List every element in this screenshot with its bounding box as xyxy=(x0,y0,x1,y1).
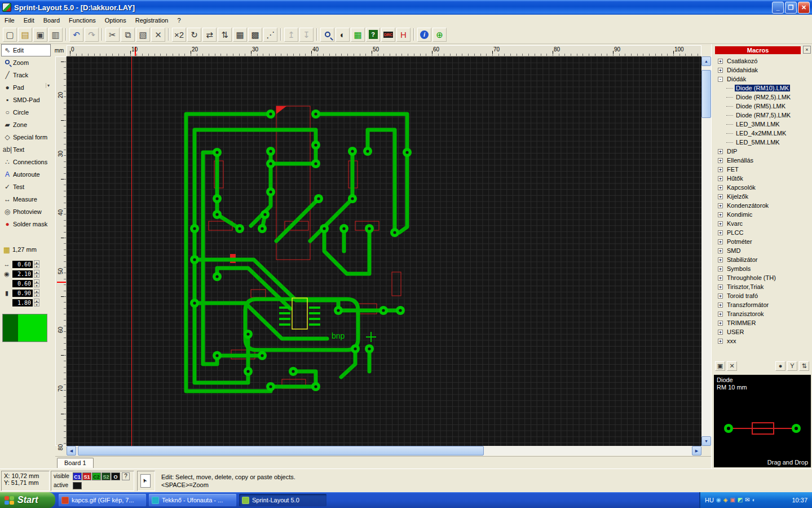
mirror-vertical-button[interactable]: ⇅ xyxy=(218,28,232,42)
tool-solder-mask[interactable]: ●Solder mask xyxy=(1,218,51,230)
tray-icon-4[interactable]: ✉ xyxy=(745,497,749,503)
tool-zoom[interactable]: Zoom xyxy=(1,56,51,69)
expand-icon[interactable]: + xyxy=(718,230,723,235)
tool-smd-pad[interactable]: ▪SMD-Pad xyxy=(1,94,51,106)
tray-icon-1[interactable]: ◈ xyxy=(723,497,728,503)
expand-icon[interactable]: + xyxy=(718,221,723,226)
vertical-scroll-thumb[interactable] xyxy=(701,70,711,118)
origin-button[interactable]: ⊕ xyxy=(433,28,447,42)
diagonal-mode-button[interactable]: ⋰ xyxy=(263,28,277,42)
tool-text[interactable]: ab|Text xyxy=(1,143,51,156)
scroll-left-arrow[interactable]: ◀ xyxy=(67,446,76,456)
macro-tree-item[interactable]: Diode (RM10).LMK xyxy=(714,84,811,93)
field-value[interactable]: 1.80 xyxy=(12,299,33,306)
tool-special-form[interactable]: ◇Special form xyxy=(1,131,51,143)
scroll-right-arrow[interactable]: ▶ xyxy=(692,446,701,456)
macro-panel-close-icon[interactable]: × xyxy=(803,46,811,54)
tool-autoroute[interactable]: AAutoroute xyxy=(1,168,51,181)
expand-icon[interactable]: + xyxy=(718,275,723,281)
active-layer-swatch[interactable] xyxy=(73,482,82,489)
macro-tree-item[interactable]: +Kvarc xyxy=(714,219,811,228)
sort-button[interactable]: ⇅ xyxy=(799,361,809,371)
macro-tree-item[interactable]: +SMD xyxy=(714,246,811,255)
copy-button[interactable]: ⧉ xyxy=(121,28,135,42)
macro-tree-item[interactable]: +Potméter xyxy=(714,237,811,246)
pcb-layout[interactable]: bnp xyxy=(67,56,701,446)
pad-dropdown-arrow[interactable]: ▾ xyxy=(46,83,50,88)
spinner-up-icon[interactable]: ▲ xyxy=(34,260,39,264)
menu-file[interactable]: File xyxy=(0,16,19,25)
tool-photoview[interactable]: ◎Photoview xyxy=(1,205,51,218)
expand-icon[interactable]: + xyxy=(718,248,723,253)
zoom-button[interactable] xyxy=(320,28,334,42)
layer-toggle-c1[interactable]: C1 xyxy=(73,472,82,480)
layer-toggle-s1[interactable]: S1 xyxy=(82,472,91,480)
macro-tree-item[interactable]: +Transzformátor xyxy=(714,300,811,309)
expand-icon[interactable]: + xyxy=(718,284,723,290)
macro-tree-item[interactable]: +Ellenállás xyxy=(714,156,811,165)
macro-tree-item[interactable]: +USER xyxy=(714,327,811,336)
language-indicator[interactable]: HU xyxy=(705,497,714,503)
cut-button[interactable]: ✂ xyxy=(105,28,120,42)
vertical-scrollbar[interactable]: ▲ ▼ xyxy=(701,56,711,446)
macro-tree-item[interactable]: +Toroid trafó xyxy=(714,291,811,300)
macro-tree-item[interactable]: +Tranzisztorok xyxy=(714,309,811,318)
macro-tree-item[interactable]: +Tirisztor,Triak xyxy=(714,282,811,291)
scroll-down-arrow[interactable]: ▼ xyxy=(701,436,711,446)
scale-x2-button[interactable]: ×2 xyxy=(172,28,186,42)
save-macro-button[interactable]: ▣ xyxy=(715,361,725,371)
menu-board[interactable]: Board xyxy=(39,16,64,25)
expand-icon[interactable]: + xyxy=(718,185,723,190)
tool-test[interactable]: ✓Test xyxy=(1,181,51,193)
macro-tree-item[interactable]: +DIP xyxy=(714,147,811,156)
pattern-button[interactable]: ▩ xyxy=(248,28,262,42)
macro-tree-item[interactable]: LED_3MM.LMK xyxy=(714,120,811,129)
save-button[interactable]: ▣ xyxy=(33,28,47,42)
layer-toggle-s2[interactable]: S2 xyxy=(102,472,111,480)
macro-tree-item[interactable]: +Hűtők xyxy=(714,174,811,183)
grid-align-button[interactable]: ▦ xyxy=(233,28,247,42)
expand-icon[interactable]: + xyxy=(718,330,723,335)
expand-icon[interactable]: + xyxy=(718,239,723,244)
macro-tree-item[interactable]: +Kondenzátorok xyxy=(714,201,811,210)
macro-tree-item[interactable]: +xxx xyxy=(714,336,811,345)
filter-button[interactable]: Y xyxy=(787,361,797,371)
hotkeys-button[interactable]: H xyxy=(396,28,411,42)
menu-options[interactable]: Options xyxy=(100,16,131,25)
open-button[interactable]: ▤ xyxy=(18,28,32,42)
macro-help-button[interactable]: ? xyxy=(366,28,380,42)
tool-pad[interactable]: ●Pad▾ xyxy=(1,81,51,94)
expand-icon[interactable]: + xyxy=(718,339,723,344)
spinner-up-icon[interactable]: ▲ xyxy=(34,279,39,283)
macro-tree-item[interactable]: +Csatlakozó xyxy=(714,56,811,65)
start-button[interactable]: Start xyxy=(0,492,55,508)
tool-zone[interactable]: ▰Zone xyxy=(1,119,51,131)
macro-tree-item[interactable]: +Symbols xyxy=(714,264,811,273)
expand-icon[interactable]: + xyxy=(718,294,723,299)
to-back-button[interactable]: ↧ xyxy=(299,28,314,42)
info-button[interactable]: i xyxy=(417,28,431,42)
delete-button[interactable]: ✕ xyxy=(151,28,165,42)
to-front-button[interactable]: ↥ xyxy=(284,28,298,42)
collapse-icon[interactable]: - xyxy=(718,77,723,82)
undo-button[interactable]: ↶ xyxy=(69,28,83,42)
tool-edit[interactable]: ⇖Edit xyxy=(1,44,51,56)
expand-icon[interactable]: + xyxy=(718,149,723,154)
spinner-up-icon[interactable]: ▲ xyxy=(34,270,39,274)
macro-preview[interactable]: Diode RM 10 mm Drag and Drop xyxy=(714,375,811,467)
expand-icon[interactable]: + xyxy=(718,321,723,326)
paste-button[interactable]: ▧ xyxy=(136,28,150,42)
spinner-down-icon[interactable]: ▼ xyxy=(34,264,39,268)
layer-help-button[interactable]: ? xyxy=(122,472,130,480)
rotate-button[interactable]: ↻ xyxy=(187,28,201,42)
horizontal-scrollbar[interactable]: ◀ ▶ xyxy=(67,446,701,456)
drc-button[interactable]: DRC xyxy=(381,28,395,42)
macro-tree-item[interactable]: +Stabilizátor xyxy=(714,255,811,264)
macro-tree-item[interactable]: +Kondimic xyxy=(714,210,811,219)
tool-measure[interactable]: ↔Measure xyxy=(1,193,51,205)
field-value[interactable]: 0.60 xyxy=(12,261,33,268)
menu-edit[interactable]: Edit xyxy=(19,16,39,25)
expand-icon[interactable]: + xyxy=(718,68,723,73)
board-tab[interactable]: Board 1 xyxy=(57,458,94,468)
expand-icon[interactable]: + xyxy=(718,158,723,163)
